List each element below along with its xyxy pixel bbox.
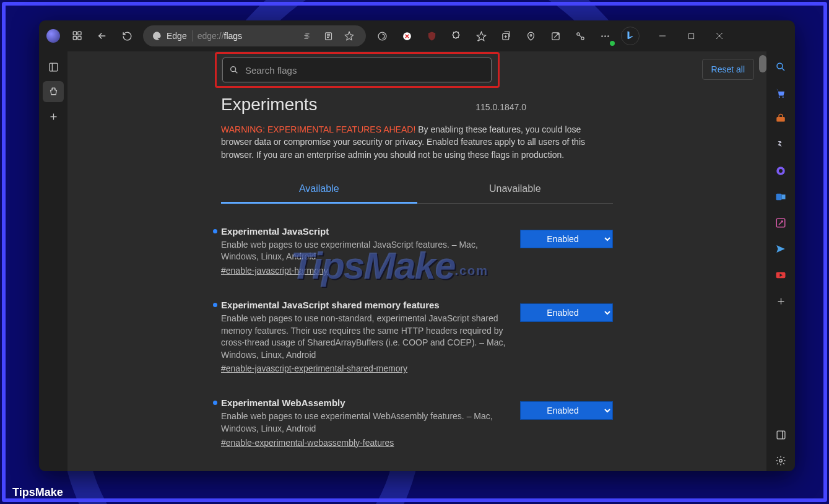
share-icon[interactable] — [543, 24, 568, 48]
browser-essentials-icon[interactable] — [518, 24, 543, 48]
extension-icon-2[interactable] — [394, 24, 419, 48]
flag-state-select[interactable]: Enabled — [520, 401, 613, 420]
sidebar-search-icon[interactable] — [770, 56, 791, 77]
edge-logo-icon — [152, 31, 162, 41]
toolbar-icons — [370, 24, 617, 48]
back-icon[interactable] — [90, 24, 115, 48]
flag-id-link[interactable]: #enable-javascript-experimental-shared-m… — [221, 363, 407, 373]
sidebar-settings-icon[interactable] — [770, 450, 791, 471]
profile-avatar[interactable] — [46, 29, 60, 43]
flag-id-link[interactable]: #enable-experimental-webassembly-feature… — [221, 438, 394, 448]
minimize-button[interactable] — [648, 24, 677, 48]
new-tab-icon[interactable] — [43, 106, 64, 127]
version-label: 115.0.1847.0 — [475, 102, 526, 112]
flags-tabs: Available Unavailable — [221, 176, 613, 204]
flag-item: Experimental JavaScriptEnable web pages … — [221, 217, 613, 285]
flags-tab-icon[interactable] — [43, 81, 64, 102]
flag-state-select[interactable]: Enabled — [520, 303, 613, 322]
favorites-icon[interactable] — [469, 24, 493, 48]
flag-select-input[interactable]: Enabled — [520, 230, 613, 248]
sidebar-youtube-icon[interactable] — [770, 264, 791, 285]
address-bar[interactable]: Edge edge://flags — [143, 25, 366, 46]
sidebar-edit-icon[interactable] — [770, 212, 791, 233]
svg-rect-2 — [73, 37, 76, 40]
svg-point-28 — [779, 459, 783, 463]
flag-item: Experimental JavaScript shared memory fe… — [221, 291, 613, 383]
extension-icon-1[interactable] — [370, 24, 394, 48]
sidebar-panel-icon[interactable] — [770, 424, 791, 445]
close-button[interactable] — [705, 24, 734, 48]
maximize-button[interactable] — [677, 24, 705, 48]
flag-title: Experimental JavaScript shared memory fe… — [221, 300, 508, 310]
reset-all-button[interactable]: Reset all — [702, 59, 754, 80]
ublock-icon[interactable] — [419, 24, 444, 48]
refresh-icon[interactable] — [115, 24, 139, 48]
url-text: edge://flags — [197, 31, 242, 41]
flag-select-input[interactable]: Enabled — [520, 401, 613, 420]
content-area: Reset all Experiments 115.0.1847.0 WARNI… — [67, 51, 766, 471]
favorite-star-icon[interactable] — [341, 24, 357, 48]
sidebar-tools-icon[interactable] — [770, 108, 791, 129]
flags-page: Reset all Experiments 115.0.1847.0 WARNI… — [67, 51, 766, 471]
flag-list: Experimental JavaScriptEnable web pages … — [221, 217, 613, 471]
reader-mode-icon[interactable] — [320, 24, 336, 48]
flags-header: Reset all — [67, 51, 766, 89]
flag-id-link[interactable]: #enable-javascript-harmony — [221, 266, 328, 276]
collections-icon[interactable] — [493, 24, 518, 48]
sidebar-games-icon[interactable] — [770, 134, 791, 155]
window-controls — [648, 24, 734, 48]
modified-dot-icon — [213, 401, 217, 405]
search-flags-input[interactable] — [245, 65, 485, 76]
warning-red: WARNING: EXPERIMENTAL FEATURES AHEAD! — [221, 124, 415, 134]
extensions-puzzle-icon[interactable] — [444, 24, 469, 48]
sidebar-shopping-icon[interactable] — [770, 82, 791, 103]
modified-dot-icon — [213, 229, 217, 233]
svg-rect-0 — [73, 32, 76, 35]
vertical-tabs-icon[interactable] — [43, 56, 64, 77]
flag-select-input[interactable]: Enabled — [520, 303, 613, 322]
svg-point-22 — [779, 169, 783, 173]
svg-rect-3 — [78, 37, 81, 40]
flag-item: Experimental WebAssemblyEnable web pages… — [221, 389, 613, 456]
bing-sidebar-icon[interactable] — [621, 27, 640, 45]
svg-rect-24 — [782, 194, 786, 199]
workspaces-icon[interactable] — [65, 24, 90, 48]
url-site-label: Edge — [167, 31, 187, 41]
search-icon — [229, 65, 239, 75]
search-flags-field[interactable] — [222, 58, 492, 82]
sidebar-add-icon[interactable] — [770, 290, 791, 311]
svg-rect-16 — [50, 63, 58, 71]
flags-body: Experiments 115.0.1847.0 WARNING: EXPERI… — [67, 89, 766, 471]
footer-caption: TipsMake — [12, 486, 63, 499]
modified-dot-icon — [213, 303, 217, 307]
svg-point-19 — [783, 97, 784, 98]
flag-state-select[interactable]: Enabled — [520, 230, 613, 248]
svg-rect-23 — [776, 194, 782, 201]
svg-point-13 — [604, 35, 606, 37]
warning-text: WARNING: EXPERIMENTAL FEATURES AHEAD! By… — [221, 123, 613, 161]
page-title: Experiments — [221, 95, 318, 115]
more-menu-icon[interactable] — [592, 24, 617, 48]
sidebar-send-icon[interactable] — [770, 238, 791, 259]
performance-icon[interactable] — [568, 24, 592, 48]
read-aloud-icon[interactable] — [299, 24, 315, 48]
svg-point-17 — [777, 63, 783, 69]
url-separator — [192, 30, 193, 41]
sidebar-outlook-icon[interactable] — [770, 186, 791, 207]
svg-point-14 — [607, 35, 609, 37]
svg-rect-20 — [776, 117, 785, 122]
svg-rect-4 — [325, 32, 331, 39]
flag-description: Enable web pages to use non-standard, ex… — [221, 313, 508, 361]
svg-point-29 — [231, 67, 236, 72]
flag-description: Enable web pages to use experimental Web… — [221, 411, 508, 435]
sidebar-office-icon[interactable] — [770, 160, 791, 181]
scrollbar-thumb[interactable] — [759, 55, 766, 72]
flag-title: Experimental WebAssembly — [221, 398, 508, 408]
svg-point-12 — [601, 35, 603, 37]
flag-title: Experimental JavaScript — [221, 226, 508, 237]
svg-point-8 — [530, 34, 532, 36]
edge-browser-window: Edge edge://flags — [39, 20, 795, 471]
tab-unavailable[interactable]: Unavailable — [417, 176, 614, 203]
right-sidebar — [766, 51, 795, 471]
tab-available[interactable]: Available — [221, 176, 417, 204]
